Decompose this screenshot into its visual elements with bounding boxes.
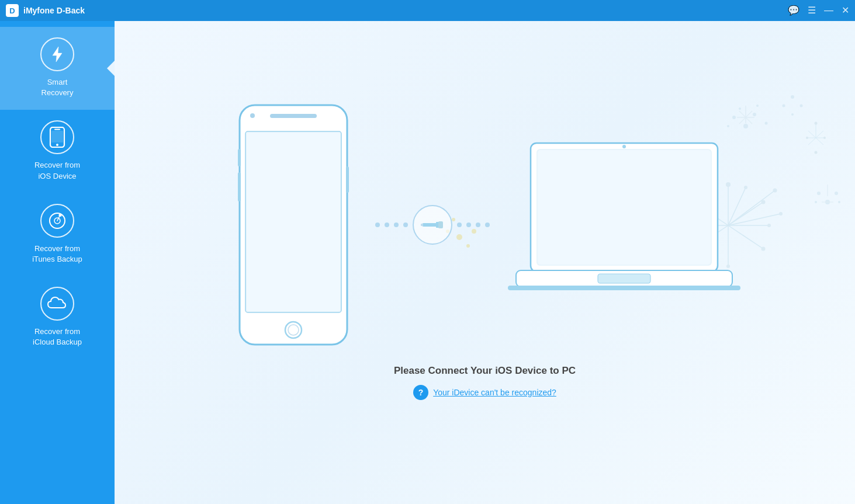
titlebar-left: D iMyfone D-Back bbox=[6, 4, 85, 17]
svg-point-22 bbox=[791, 113, 794, 116]
svg-point-59 bbox=[744, 186, 747, 189]
titlebar-controls: 💬 ☰ — ✕ bbox=[788, 6, 849, 15]
svg-rect-89 bbox=[508, 286, 740, 290]
chat-icon[interactable]: 💬 bbox=[788, 6, 799, 15]
svg-point-67 bbox=[823, 137, 826, 139]
svg-point-66 bbox=[815, 122, 818, 125]
svg-point-69 bbox=[806, 137, 808, 139]
svg-point-10 bbox=[753, 113, 756, 116]
usb-connector-icon bbox=[421, 219, 444, 231]
svg-point-11 bbox=[765, 122, 768, 125]
svg-line-63 bbox=[808, 131, 823, 145]
sidebar-label-recover-icloud: Recover fromiCloud Backup bbox=[33, 326, 82, 347]
laptop-svg bbox=[507, 131, 741, 318]
sidebar-item-recover-ios[interactable]: Recover fromiOS Device bbox=[0, 110, 115, 193]
main-layout: SmartRecovery Recover fromiOS Device bbox=[0, 21, 855, 504]
laptop-illustration bbox=[507, 131, 741, 318]
svg-point-13 bbox=[756, 105, 759, 107]
app-title: iMyfone D-Back bbox=[23, 6, 85, 15]
dot2 bbox=[385, 223, 389, 227]
svg-point-21 bbox=[783, 105, 785, 107]
sidebar-label-smart-recovery: SmartRecovery bbox=[41, 77, 74, 98]
svg-rect-79 bbox=[346, 166, 349, 193]
phone-svg bbox=[229, 102, 358, 347]
svg-rect-83 bbox=[421, 224, 423, 226]
svg-line-18 bbox=[739, 111, 752, 124]
sidebar: SmartRecovery Recover fromiOS Device bbox=[0, 21, 115, 504]
sidebar-item-recover-itunes[interactable]: Recover fromiTunes Backup bbox=[0, 193, 115, 276]
app-icon: D bbox=[6, 4, 19, 17]
main-illustration bbox=[229, 102, 741, 347]
smart-recovery-icon-circle bbox=[40, 37, 74, 71]
sidebar-item-smart-recovery[interactable]: SmartRecovery bbox=[0, 27, 115, 110]
svg-point-24 bbox=[817, 192, 821, 195]
usb-connector-circle bbox=[413, 205, 452, 245]
svg-point-53 bbox=[767, 224, 771, 227]
svg-point-8 bbox=[743, 124, 748, 128]
recover-icloud-icon-circle bbox=[40, 287, 74, 321]
svg-point-3 bbox=[56, 144, 58, 146]
content-area: Please Connect Your iOS Device to PC ? Y… bbox=[115, 21, 855, 504]
sidebar-label-recover-ios: Recover fromiOS Device bbox=[34, 160, 80, 181]
svg-point-19 bbox=[791, 95, 794, 99]
sidebar-label-recover-itunes: Recover fromiTunes Backup bbox=[32, 244, 82, 265]
svg-rect-88 bbox=[598, 274, 650, 283]
dot8 bbox=[485, 223, 490, 227]
svg-point-61 bbox=[779, 212, 783, 215]
svg-point-75 bbox=[285, 322, 302, 338]
recover-itunes-icon-circle bbox=[40, 204, 74, 238]
svg-point-26 bbox=[815, 201, 817, 203]
svg-point-20 bbox=[800, 105, 803, 107]
sidebar-item-recover-icloud[interactable]: Recover fromiCloud Backup bbox=[0, 276, 115, 359]
close-icon[interactable]: ✕ bbox=[842, 6, 849, 15]
connect-prompt: Please Connect Your iOS Device to PC bbox=[394, 365, 576, 377]
svg-point-27 bbox=[838, 201, 840, 203]
svg-rect-80 bbox=[422, 223, 438, 227]
music-icon bbox=[48, 211, 67, 230]
dot5 bbox=[457, 223, 462, 227]
recover-ios-icon-circle bbox=[40, 120, 74, 154]
help-link[interactable]: Your iDevice can't be recognized? bbox=[433, 388, 556, 397]
svg-rect-2 bbox=[54, 129, 60, 130]
svg-rect-77 bbox=[238, 149, 241, 166]
svg-line-17 bbox=[739, 111, 752, 124]
svg-rect-73 bbox=[270, 114, 317, 118]
svg-point-54 bbox=[761, 247, 766, 251]
svg-point-74 bbox=[250, 113, 255, 118]
svg-point-60 bbox=[773, 189, 777, 193]
svg-rect-78 bbox=[238, 172, 241, 201]
phone-icon bbox=[49, 127, 65, 148]
dot3 bbox=[394, 223, 399, 227]
titlebar: D iMyfone D-Back 💬 ☰ — ✕ bbox=[0, 0, 855, 21]
cloud-icon bbox=[47, 296, 68, 311]
menu-icon[interactable]: ☰ bbox=[808, 6, 816, 15]
bolt-icon bbox=[48, 45, 67, 64]
svg-rect-72 bbox=[247, 133, 340, 311]
svg-rect-86 bbox=[538, 150, 711, 265]
svg-point-7 bbox=[59, 214, 62, 217]
minimize-icon[interactable]: — bbox=[824, 6, 833, 15]
svg-point-23 bbox=[825, 200, 830, 204]
svg-line-65 bbox=[808, 131, 823, 145]
svg-rect-82 bbox=[438, 221, 443, 228]
help-row[interactable]: ? Your iDevice can't be recognized? bbox=[413, 385, 556, 400]
connection-line bbox=[375, 205, 490, 245]
help-icon: ? bbox=[413, 385, 428, 400]
dot6 bbox=[466, 223, 471, 227]
svg-point-52 bbox=[761, 200, 766, 204]
svg-rect-4 bbox=[51, 131, 63, 142]
dot7 bbox=[476, 223, 480, 227]
svg-point-68 bbox=[815, 151, 818, 154]
dot4 bbox=[403, 223, 408, 227]
svg-marker-0 bbox=[53, 47, 62, 62]
svg-point-90 bbox=[622, 145, 626, 148]
phone-illustration bbox=[229, 102, 358, 347]
dot1 bbox=[375, 223, 380, 227]
svg-point-25 bbox=[835, 192, 838, 195]
